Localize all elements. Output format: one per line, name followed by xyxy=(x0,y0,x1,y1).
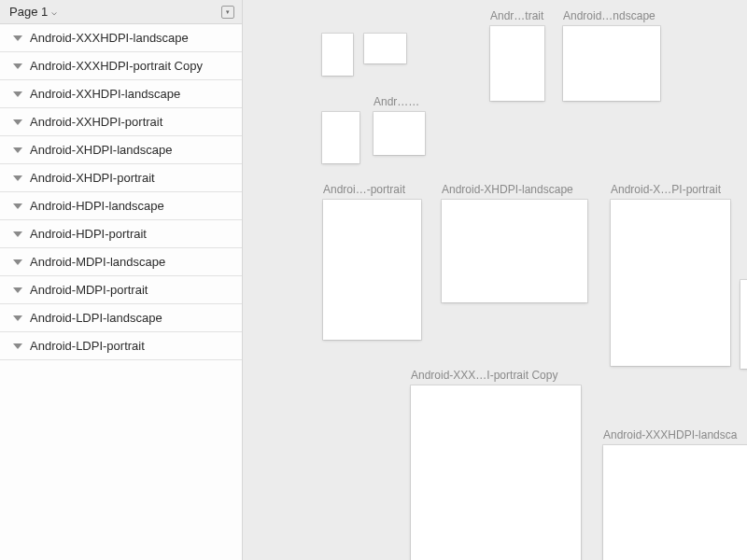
artboard-rect[interactable] xyxy=(323,200,421,340)
artboard-label[interactable]: Andr…ape xyxy=(374,93,425,112)
artboard-rect[interactable] xyxy=(364,34,406,63)
layer-label: Android-XXHDPI-portrait xyxy=(30,115,162,129)
artboard[interactable] xyxy=(322,34,353,76)
layer-row[interactable]: Android-LDPI-landscape xyxy=(0,304,242,332)
artboard-label[interactable]: Androi…-portrait xyxy=(323,181,421,200)
layer-row[interactable]: Android-LDPI-portrait xyxy=(0,332,242,360)
artboard-rect[interactable] xyxy=(322,112,359,163)
artboard[interactable]: Androi…-portrait xyxy=(323,200,421,340)
layer-row[interactable]: Android-HDPI-portrait xyxy=(0,220,242,248)
page-selector-label: Page 1 xyxy=(9,5,48,19)
layer-row[interactable]: Android-XXHDPI-portrait xyxy=(0,108,242,136)
design-canvas[interactable]: Andr…trait Android…ndscape Andr…ape Andr… xyxy=(243,0,747,560)
artboard[interactable] xyxy=(364,34,406,63)
artboard[interactable]: Android-XHDPI-landscape xyxy=(442,200,587,302)
artboard-label[interactable]: Android-XXX…I-portrait Copy xyxy=(411,367,581,385)
layer-label: Android-XHDPI-landscape xyxy=(30,143,172,157)
artboard-label[interactable]: Android-X…PI-portrait xyxy=(611,181,730,200)
artboard-rect[interactable] xyxy=(740,280,747,369)
artboard-label[interactable]: Andr…trait xyxy=(490,7,544,26)
layer-row[interactable]: Android-XXXHDPI-portrait Copy xyxy=(0,52,242,80)
disclosure-triangle-icon[interactable] xyxy=(13,175,22,181)
artboard[interactable]: Android…ndscape xyxy=(563,26,660,101)
artboard-rect[interactable] xyxy=(411,385,581,560)
layer-label: Android-XXXHDPI-portrait Copy xyxy=(30,59,203,73)
disclosure-triangle-icon[interactable] xyxy=(13,315,22,321)
layer-label: Android-HDPI-portrait xyxy=(30,227,147,241)
artboard[interactable]: Andr…trait xyxy=(490,26,544,101)
artboard[interactable]: Android-XXXHDPI-landsca xyxy=(603,445,747,560)
artboard[interactable] xyxy=(322,112,359,163)
layer-label: Android-XXHDPI-landscape xyxy=(30,87,180,101)
page-selector[interactable]: Page 1 ⌵ ▾ xyxy=(0,0,242,24)
layer-row[interactable]: Android-XHDPI-landscape xyxy=(0,136,242,164)
layer-label: Android-MDPI-portrait xyxy=(30,283,148,297)
artboard-rect[interactable] xyxy=(322,34,353,76)
layer-row[interactable]: Android-XHDPI-portrait xyxy=(0,164,242,192)
disclosure-triangle-icon[interactable] xyxy=(13,63,22,69)
layer-row[interactable]: Android-HDPI-landscape xyxy=(0,192,242,220)
layer-row[interactable]: Android-MDPI-landscape xyxy=(0,248,242,276)
disclosure-triangle-icon[interactable] xyxy=(13,343,22,349)
artboard-rect[interactable] xyxy=(374,112,425,155)
layer-label: Android-XHDPI-portrait xyxy=(30,171,155,185)
artboard[interactable]: Andr…ape xyxy=(374,112,425,155)
layer-row[interactable]: Android-XXXHDPI-landscape xyxy=(0,24,242,52)
artboard-rect[interactable] xyxy=(442,200,587,302)
layer-label: Android-HDPI-landscape xyxy=(30,199,164,213)
disclosure-triangle-icon[interactable] xyxy=(13,119,22,125)
layer-row[interactable]: Android-MDPI-portrait xyxy=(0,276,242,304)
disclosure-triangle-icon[interactable] xyxy=(13,231,22,237)
artboard-label[interactable]: Android-XXXHDPI-landsca xyxy=(603,427,747,445)
layer-label: Android-MDPI-landscape xyxy=(30,255,165,269)
layer-label: Android-LDPI-landscape xyxy=(30,311,162,325)
artboard-label[interactable]: Android-XHDPI-landscape xyxy=(442,181,587,200)
layer-label: Android-LDPI-portrait xyxy=(30,339,145,353)
disclosure-triangle-icon[interactable] xyxy=(13,91,22,97)
artboard-label[interactable]: Android…ndscape xyxy=(563,7,660,26)
disclosure-triangle-icon[interactable] xyxy=(13,35,22,41)
artboard[interactable] xyxy=(740,280,747,369)
artboard[interactable]: Android-XXX…I-portrait Copy xyxy=(411,385,581,560)
artboard-rect[interactable] xyxy=(563,26,660,101)
artboard-rect[interactable] xyxy=(490,26,544,101)
artboard[interactable]: Android-X…PI-portrait xyxy=(611,200,730,366)
layer-list: Android-XXXHDPI-landscape Android-XXXHDP… xyxy=(0,24,242,560)
artboard-rect[interactable] xyxy=(603,445,747,560)
dropdown-menu-icon[interactable]: ▾ xyxy=(221,6,234,19)
disclosure-triangle-icon[interactable] xyxy=(13,259,22,265)
chevron-down-icon: ⌵ xyxy=(51,7,57,17)
artboard-rect[interactable] xyxy=(611,200,730,366)
layer-row[interactable]: Android-XXHDPI-landscape xyxy=(0,80,242,108)
disclosure-triangle-icon[interactable] xyxy=(13,203,22,209)
disclosure-triangle-icon[interactable] xyxy=(13,287,22,293)
disclosure-triangle-icon[interactable] xyxy=(13,147,22,153)
layer-label: Android-XXXHDPI-landscape xyxy=(30,31,189,45)
layers-sidebar: Page 1 ⌵ ▾ Android-XXXHDPI-landscape And… xyxy=(0,0,243,560)
